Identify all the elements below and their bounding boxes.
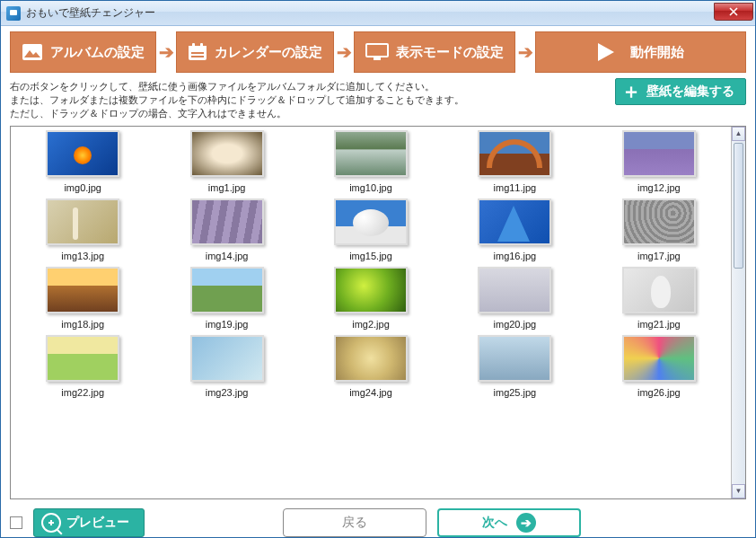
thumbnail-image [190,130,264,177]
svg-rect-7 [191,52,204,54]
thumbnail-item[interactable]: img26.jpg [587,335,731,398]
thumbnail-item[interactable]: img0.jpg [11,130,154,193]
thumbnail-filename: img18.jpg [61,319,104,330]
svg-rect-5 [192,43,195,48]
arrow-icon: ➔ [156,31,176,73]
thumbnail-image [46,198,119,245]
thumbnail-image [46,267,119,313]
preview-button[interactable]: プレビュー [33,508,145,537]
close-button[interactable] [714,3,753,21]
bottom-bar: プレビュー 戻る 次へ ➔ [10,508,746,537]
help-text: 右のボタンをクリックして、壁紙に使う画像ファイルをアルバムフォルダに追加してくだ… [10,78,615,120]
svg-rect-6 [200,43,203,48]
thumbnail-item[interactable]: img16.jpg [443,198,586,261]
step-calendar[interactable]: カレンダーの設定 [176,31,334,73]
next-button[interactable]: 次へ ➔ [437,508,581,537]
thumbnail-image [622,130,696,177]
thumbnail-item[interactable]: img21.jpg [587,267,731,330]
step-label: 表示モードの設定 [396,44,504,61]
step-album[interactable]: アルバムの設定 [10,31,156,73]
edit-wallpaper-button[interactable]: ＋ 壁紙を編集する [615,78,746,105]
step-bar: アルバムの設定 ➔ カレンダーの設定 ➔ 表示モードの設定 ➔ [10,31,746,73]
step-label: アルバムの設定 [50,44,145,61]
thumbnail-filename: img20.jpg [494,319,537,330]
thumbnail-filename: img10.jpg [349,182,392,193]
thumbnail-image [478,198,551,245]
thumbnail-item[interactable]: img17.jpg [587,198,731,261]
step-display[interactable]: 表示モードの設定 [354,31,515,73]
thumbnail-area: img0.jpgimg1.jpgimg10.jpgimg11.jpgimg12.… [10,126,746,499]
thumbnail-filename: img12.jpg [637,182,681,193]
thumbnail-item[interactable]: img14.jpg [154,198,298,261]
scroll-down-button[interactable]: ▼ [732,484,745,498]
edit-button-label: 壁紙を編集する [646,84,734,100]
monitor-icon [365,43,389,61]
thumbnail-filename: img22.jpg [61,387,104,398]
thumbnail-filename: img17.jpg [637,251,681,261]
thumbnail-image [478,130,551,177]
thumbnail-filename: img26.jpg [637,387,681,398]
play-icon [598,43,614,61]
thumbnail-image [190,335,264,382]
thumbnail-image [622,267,696,313]
thumbnail-filename: img21.jpg [637,319,681,330]
thumbnail-filename: img0.jpg [64,182,101,193]
thumbnail-item[interactable]: img25.jpg [443,335,586,398]
thumbnail-item[interactable]: img10.jpg [299,130,443,193]
scrollbar[interactable]: ▲ ▼ [731,127,745,498]
album-icon [22,43,43,61]
thumbnail-image [622,335,696,382]
svg-rect-8 [191,56,204,57]
help-line: 右のボタンをクリックして、壁紙に使う画像ファイルをアルバムフォルダに追加してくだ… [10,80,615,93]
thumbnail-filename: img11.jpg [494,182,537,193]
thumbnail-item[interactable]: img2.jpg [299,267,443,330]
preview-checkbox[interactable] [10,516,22,529]
thumbnail-filename: img19.jpg [206,319,249,330]
thumbnail-item[interactable]: img19.jpg [154,267,298,330]
preview-label: プレビュー [66,515,129,531]
scroll-thumb[interactable] [734,143,743,269]
thumbnail-item[interactable]: img18.jpg [11,267,154,330]
thumbnail-filename: img1.jpg [208,182,246,193]
calendar-icon [188,43,207,61]
magnify-icon [41,513,61,533]
thumbnail-item[interactable]: img20.jpg [443,267,586,330]
thumbnail-image [190,198,264,245]
thumbnail-item[interactable]: img1.jpg [154,130,298,193]
thumbnail-grid[interactable]: img0.jpgimg1.jpgimg10.jpgimg11.jpgimg12.… [11,130,731,398]
plus-icon: ＋ [621,82,641,101]
back-label: 戻る [342,515,367,531]
thumbnail-filename: img13.jpg [61,251,104,261]
scroll-up-button[interactable]: ▲ [732,127,745,141]
thumbnail-item[interactable]: img15.jpg [299,198,443,261]
thumbnail-item[interactable]: img22.jpg [11,335,154,398]
thumbnail-filename: img25.jpg [494,387,537,398]
svg-rect-9 [366,44,388,57]
thumbnail-image [46,335,119,382]
svg-rect-4 [189,46,207,49]
app-icon [6,6,21,21]
step-start[interactable]: 動作開始 [535,31,746,73]
step-label: 動作開始 [630,44,684,61]
thumbnail-image [478,335,551,382]
thumbnail-filename: img2.jpg [352,319,390,330]
arrow-icon: ➔ [515,31,535,73]
thumbnail-item[interactable]: img12.jpg [587,130,731,193]
thumbnail-item[interactable]: img24.jpg [299,335,443,398]
svg-marker-11 [598,43,614,61]
svg-rect-0 [10,10,17,15]
thumbnail-item[interactable]: img23.jpg [154,335,298,398]
thumbnail-filename: img24.jpg [349,387,392,398]
next-label: 次へ [482,515,507,531]
titlebar: おもいで壁紙チェンジャー [1,1,755,26]
thumbnail-item[interactable]: img13.jpg [11,198,154,261]
thumbnail-image [334,198,408,245]
app-window: おもいで壁紙チェンジャー アルバムの設定 ➔ カレンダーの設定 ➔ [0,0,756,538]
back-button[interactable]: 戻る [283,508,426,537]
thumbnail-filename: img14.jpg [206,251,249,261]
help-line: ただし、ドラッグ＆ドロップの場合、文字入れはできません。 [10,107,615,120]
thumbnail-image [46,130,119,177]
svg-rect-1 [22,44,42,60]
thumbnail-image [622,198,696,245]
thumbnail-item[interactable]: img11.jpg [443,130,586,193]
